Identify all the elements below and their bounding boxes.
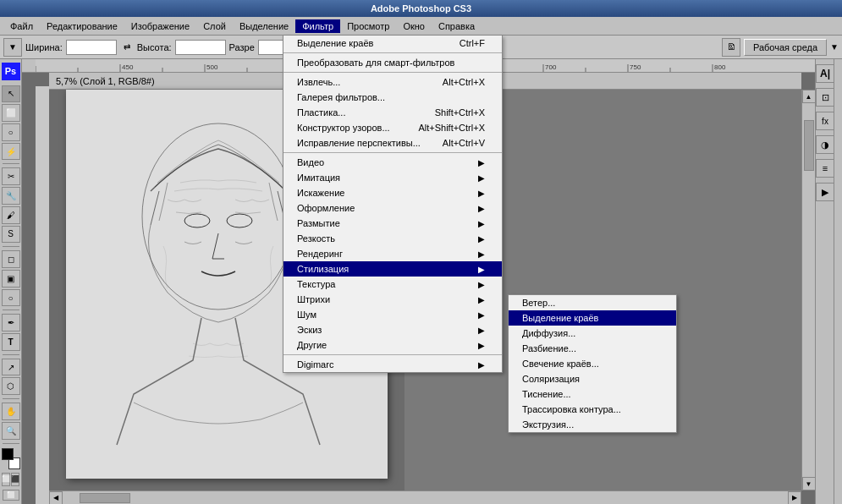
screen-mode[interactable]: ⬜ [3, 490, 19, 501]
filter-item-liquify[interactable]: Пластика... Shift+Ctrl+X [283, 105, 502, 120]
scroll-down-btn[interactable]: ▼ [802, 477, 816, 490]
tool-brush[interactable]: 🖌 [2, 206, 20, 224]
filter-item-gallery[interactable]: Галерея фильтров... [283, 90, 502, 105]
menu-window[interactable]: Окно [396, 19, 432, 33]
filter-item-decorate[interactable]: Оформление ▶ [283, 200, 502, 216]
filter-item-sketch[interactable]: Эскиз ▶ [283, 322, 502, 337]
tool-clone[interactable]: S [2, 226, 20, 244]
scroll-up-btn[interactable]: ▲ [802, 90, 816, 103]
scroll-track-v[interactable] [804, 103, 814, 477]
filter-item-pattern-maker[interactable]: Конструктор узоров... Alt+Shift+Ctrl+X [283, 120, 502, 135]
filter-item-stylize[interactable]: Стилизация ▶ [283, 261, 502, 277]
menu-help[interactable]: Справка [432, 19, 482, 33]
tool-zoom[interactable]: 🔍 [2, 422, 20, 440]
tool-hand[interactable]: ✋ [2, 403, 20, 420]
filter-item-digimarc-label: Digimarc [297, 359, 333, 370]
menu-select[interactable]: Выделение [233, 19, 295, 33]
tool-magic-wand[interactable]: ⚡ [2, 143, 20, 161]
filter-item-strokes-label: Штрихи [297, 294, 330, 304]
filter-item-digimarc[interactable]: Digimarc ▶ [283, 357, 502, 372]
filter-item-highlight-edges-shortcut: Ctrl+F [460, 38, 485, 48]
stylize-trace-contour[interactable]: Трассировка контура... [509, 402, 676, 417]
stylize-glow-edges[interactable]: Свечение краёв... [509, 356, 676, 371]
workspace-button[interactable]: Рабочая среда [744, 39, 827, 56]
stylize-fragmentation[interactable]: Разбиение... [509, 341, 676, 356]
menu-layer[interactable]: Слой [196, 19, 233, 33]
panel-icon-fx[interactable]: fx [816, 112, 834, 130]
tool-pen[interactable]: ✒ [2, 314, 20, 331]
scroll-thumb-h[interactable] [80, 493, 130, 503]
scroll-right-btn[interactable]: ▶ [788, 491, 801, 505]
filter-item-blur[interactable]: Размытие ▶ [283, 216, 502, 231]
scroll-track-h[interactable] [63, 493, 788, 503]
filter-item-pattern-maker-shortcut: Alt+Shift+Ctrl+X [418, 123, 485, 133]
panel-icon-text[interactable]: A| [816, 64, 834, 83]
filter-item-extract[interactable]: Извлечь... Alt+Ctrl+X [283, 74, 502, 90]
stylize-diffuse[interactable]: Диффузия... [509, 326, 676, 341]
panel-icon-layers[interactable]: ⊡ [816, 88, 834, 107]
filter-item-texture[interactable]: Текстура ▶ [283, 277, 502, 292]
stylize-submenu[interactable]: Ветер... Выделение краёв Диффузия... Раз… [508, 294, 677, 433]
scroll-horizontal[interactable]: ◀ ▶ [49, 490, 801, 504]
svg-text:800: 800 [714, 63, 726, 71]
tool-lasso[interactable]: ○ [2, 123, 20, 141]
filter-item-smart-filter[interactable]: Преобразовать для смарт-фильтров [283, 55, 502, 70]
tool-preset-picker[interactable]: ▼ [3, 38, 22, 57]
scroll-left-btn[interactable]: ◀ [49, 491, 63, 505]
menu-edit[interactable]: Редактирование [40, 19, 124, 33]
panel-icon-actions[interactable]: ▶ [816, 183, 834, 201]
height-input[interactable] [175, 40, 226, 55]
filter-item-strokes[interactable]: Штрихи ▶ [283, 292, 502, 307]
tool-path-select[interactable]: ↗ [2, 359, 20, 376]
collapse-panel[interactable] [834, 59, 842, 504]
scroll-vertical[interactable]: ▲ ▼ [801, 90, 815, 490]
tool-dodge[interactable]: ○ [2, 289, 20, 307]
filter-item-sketch-label: Эскиз [297, 325, 322, 335]
workspace-icon[interactable]: 🖻 [722, 38, 740, 57]
filter-item-extract-label: Извлечь... [297, 77, 340, 87]
filter-item-distort[interactable]: Искажение ▶ [283, 185, 502, 200]
filter-item-video[interactable]: Видео ▶ [283, 155, 502, 170]
menu-filter[interactable]: Фильтр [295, 19, 340, 33]
filter-dropdown[interactable]: Выделение краёв Ctrl+F Преобразовать для… [283, 36, 503, 373]
filter-item-highlight-edges[interactable]: Выделение краёв Ctrl+F [283, 36, 502, 51]
quickmask-mode[interactable]: ⬛ [11, 473, 19, 486]
stylize-emboss[interactable]: Тиснение... [509, 386, 676, 402]
tool-patch[interactable]: 🔧 [2, 187, 20, 205]
tool-eraser[interactable]: ◻ [2, 250, 20, 268]
filter-item-imitation[interactable]: Имитация ▶ [283, 170, 502, 185]
normal-mode[interactable]: ⬜ [2, 473, 10, 486]
filter-item-vanishing-point-shortcut: Alt+Ctrl+V [443, 138, 485, 148]
filter-item-noise[interactable]: Шум ▶ [283, 307, 502, 322]
filter-item-pattern-maker-label: Конструктор узоров... [297, 123, 390, 133]
tool-marquee[interactable]: ⬜ [2, 104, 20, 122]
filter-item-distort-arrow: ▶ [478, 189, 485, 198]
svg-text:450: 450 [122, 63, 134, 71]
tool-separator-2 [3, 246, 19, 247]
filter-item-vanishing-point[interactable]: Исправление перспективы... Alt+Ctrl+V [283, 135, 502, 151]
scroll-thumb-v[interactable] [804, 120, 814, 171]
menu-file[interactable]: Файл [3, 19, 40, 33]
filter-item-sharpen[interactable]: Резкость ▶ [283, 231, 502, 246]
tool-gradient[interactable]: ▣ [2, 270, 20, 288]
tool-crop[interactable]: ✂ [2, 167, 20, 185]
filter-item-strokes-arrow: ▶ [478, 295, 485, 304]
tool-shape[interactable]: ⬡ [2, 377, 20, 395]
stylize-wind[interactable]: Ветер... [509, 295, 676, 310]
menu-view[interactable]: Просмотр [340, 19, 396, 33]
filter-item-other[interactable]: Другие ▶ [283, 337, 502, 353]
menu-image[interactable]: Изображение [124, 19, 196, 33]
panel-icon-adjust[interactable]: ◑ [816, 135, 834, 154]
filter-item-render[interactable]: Рендеринг ▶ [283, 246, 502, 261]
filter-item-render-arrow: ▶ [478, 249, 485, 259]
color-swatches[interactable] [2, 448, 20, 468]
stylize-extrude[interactable]: Экструзия... [509, 417, 676, 432]
workspace-dropdown-icon[interactable]: ▼ [830, 42, 839, 52]
stylize-solarize[interactable]: Соляризация [509, 371, 676, 386]
panel-icon-history[interactable]: ≡ [816, 159, 834, 178]
foreground-color[interactable] [2, 448, 14, 460]
stylize-find-edges[interactable]: Выделение краёв [509, 310, 676, 326]
width-input[interactable] [66, 40, 117, 55]
tool-text[interactable]: T [2, 333, 20, 351]
tool-move[interactable]: ↖ [2, 85, 20, 103]
